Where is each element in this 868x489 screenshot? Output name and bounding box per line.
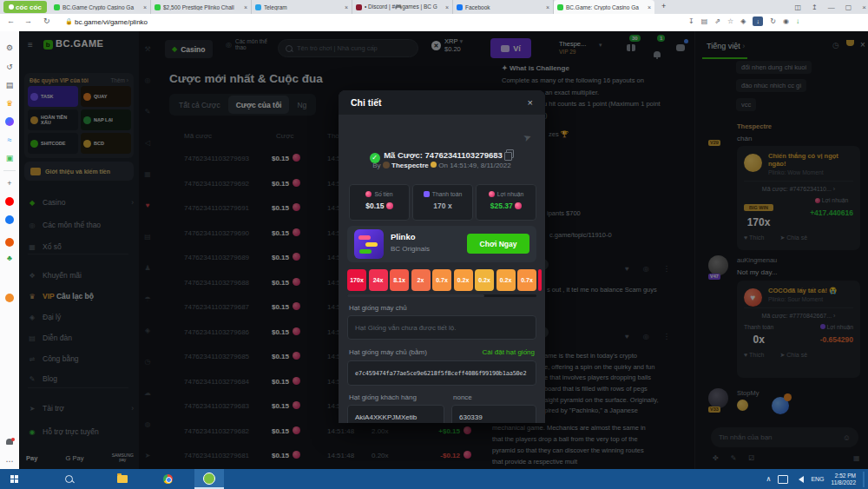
copy-icon[interactable] xyxy=(506,149,514,158)
modal-player[interactable]: Thespectre xyxy=(391,162,429,169)
tab-close-icon[interactable]: × xyxy=(546,4,549,10)
browser-tab[interactable]: • Discord | #🎮games | BC G× xyxy=(352,0,453,14)
multiplier-chip: 0.7x xyxy=(517,269,536,291)
hashed-seed-input[interactable]: e7c459474fa77ae5ce9e6218f5f8ceff4086f991… xyxy=(347,360,536,386)
multiplier-chip-partial xyxy=(538,269,542,291)
settings-icon[interactable]: ⚙ xyxy=(0,43,19,52)
language-indicator[interactable]: ENG xyxy=(811,476,824,482)
tab-close-icon[interactable]: × xyxy=(345,4,348,10)
game-name[interactable]: Plinko xyxy=(391,232,416,241)
download-arrow-icon[interactable]: ↧ xyxy=(688,17,694,25)
tray-expand-icon[interactable]: ∧ xyxy=(766,475,772,483)
crown-icon[interactable]: ♛ xyxy=(0,99,19,108)
stat-profit: Lợi nhuận $25.37 xyxy=(476,184,536,221)
modal-datetime: On 14:51:49, 8/11/2022 xyxy=(438,162,510,169)
tab-title: Facebook xyxy=(465,4,543,10)
url-text[interactable]: bc.game/vi/game/plinko xyxy=(75,18,148,26)
nonce-input[interactable]: 630339 xyxy=(451,405,536,423)
modal-share-icon[interactable]: ➤ xyxy=(522,131,533,144)
tab-close-icon[interactable]: × xyxy=(244,4,247,10)
site-lock-icon[interactable]: 🔒 xyxy=(65,18,73,25)
bet-details-modal: Chi tiết × ➤ ✓ Mã Cược: 7476234110327968… xyxy=(339,90,545,423)
coccoc-feed-icon[interactable]: ≈ xyxy=(0,135,19,144)
coccoc-owl-icon xyxy=(9,4,14,10)
coccoc-taskbar-icon[interactable] xyxy=(194,469,224,489)
file-explorer-icon[interactable] xyxy=(108,469,137,489)
tab-favicon xyxy=(457,4,463,10)
taskbar-clock[interactable]: 2:52 PM11/8/2022 xyxy=(832,472,856,486)
nonce-label: nonce xyxy=(453,393,472,401)
minimize-button[interactable]: — xyxy=(828,3,835,11)
network-icon[interactable] xyxy=(778,475,788,484)
multiplier-chip: 0.2x xyxy=(496,269,516,291)
medal-icon xyxy=(431,162,437,168)
forward-button[interactable]: → xyxy=(24,17,32,25)
browser-tab-bar: cốc cốc BC.Game Crypto Casino Ga×$2,500 … xyxy=(0,0,868,14)
browser-tab[interactable]: BC.Game: Crypto Casino Ga× xyxy=(554,0,654,14)
shopping-app-icon[interactable] xyxy=(0,238,19,248)
start-button[interactable] xyxy=(0,469,30,489)
sync-icon[interactable]: ↻ xyxy=(770,17,776,25)
tab-close-icon[interactable]: × xyxy=(445,4,449,10)
chips-scrollbar[interactable] xyxy=(347,294,536,297)
bookmark-star-icon[interactable]: ☆ xyxy=(727,17,733,25)
maximize-button[interactable]: ▢ xyxy=(845,3,852,11)
show-desktop-button[interactable] xyxy=(863,472,865,487)
savings-download-icon[interactable]: ↓ xyxy=(796,17,799,25)
reload-button[interactable]: ↻ xyxy=(43,17,50,25)
tree-icon[interactable]: ♣ xyxy=(0,254,19,262)
modal-title: Chi tiết xyxy=(351,97,382,108)
games-icon[interactable]: ▣ xyxy=(0,154,19,162)
coccoc-logo[interactable]: cốc cốc xyxy=(3,1,47,13)
client-seed-input[interactable]: AkiA4XKKPJMXetib xyxy=(347,405,444,423)
screen: cốc cốc BC.Game Crypto Casino Ga×$2,500 … xyxy=(0,0,868,489)
server-seed-input[interactable]: Hạt Giống vẫn chưa được tiết lộ. xyxy=(347,315,536,340)
modal-close-icon[interactable]: × xyxy=(528,97,533,108)
browser-tab[interactable]: BC.Game Crypto Casino Ga× xyxy=(50,0,151,14)
share-icon[interactable]: ⇗ xyxy=(714,17,720,25)
profile-icon[interactable]: ◉ xyxy=(783,17,789,25)
adblock-shield-icon[interactable]: ◈ xyxy=(740,17,746,25)
turn-off-ads-icon[interactable]: ↥ xyxy=(812,3,818,11)
close-window-button[interactable]: × xyxy=(862,3,866,11)
cart-icon[interactable] xyxy=(0,294,19,304)
tab-title: BC.Game: Crypto Casino Ga xyxy=(566,4,645,10)
set-seed-link[interactable]: Cài đặt hạt giống xyxy=(483,348,536,356)
tab-search-icon[interactable]: ◫ xyxy=(795,3,802,11)
messenger-icon[interactable] xyxy=(0,117,19,128)
facebook-icon[interactable] xyxy=(0,215,19,226)
tab-favicon xyxy=(255,4,261,10)
browser-tab[interactable]: Telegram× xyxy=(252,0,352,14)
browser-address-bar: ← → ↻ 🔒 bc.game/vi/game/plinko ↧▤⇗☆◈↓↻◉↓ xyxy=(0,14,868,32)
multiplier-chip: 0.2x xyxy=(454,269,473,291)
tab-strip: BC.Game Crypto Casino Ga×$2,500 Prestige… xyxy=(50,0,654,14)
stat-payout: Thanh toán 170 x xyxy=(412,184,473,221)
reader-icon[interactable]: ▤ xyxy=(701,17,708,25)
play-now-button[interactable]: Chơi Ngay xyxy=(467,234,529,254)
browser-tab[interactable]: $2,500 Prestige Plinko Chall× xyxy=(151,0,252,14)
coccoc-sidebar: ⚙↺▤♛≈▣+♣⋯ xyxy=(0,31,20,469)
tab-close-icon[interactable]: × xyxy=(143,4,147,10)
browser-tab[interactable]: Facebook× xyxy=(453,0,554,14)
multiplier-chip: 8.1x xyxy=(390,269,409,291)
chrome-icon[interactable] xyxy=(153,469,182,489)
tab-title: $2,500 Prestige Plinko Chall xyxy=(163,4,241,10)
downloads-box-icon[interactable]: ↓ xyxy=(753,17,763,26)
history-icon[interactable]: ↺ xyxy=(0,63,19,71)
add-icon[interactable]: + xyxy=(0,179,19,188)
reading-list-icon[interactable]: ▤ xyxy=(0,81,19,89)
multiplier-chip: 0.2x xyxy=(475,269,494,291)
plinko-thumbnail[interactable] xyxy=(354,229,384,259)
more-icon[interactable]: ⋯ xyxy=(0,457,19,466)
tab-favicon xyxy=(155,4,161,10)
game-card: Plinko BC Originals Chơi Ngay xyxy=(347,226,536,262)
taskbar-search-icon[interactable] xyxy=(54,469,83,489)
new-tab-button[interactable]: + xyxy=(661,2,666,10)
back-button[interactable]: ← xyxy=(7,17,15,25)
multiplier-chip: 2x xyxy=(411,269,431,291)
extension-icons: ↧▤⇗☆◈↓↻◉↓ xyxy=(688,17,799,26)
volume-icon[interactable] xyxy=(795,476,804,483)
notifications-icon[interactable] xyxy=(0,438,19,446)
tab-close-icon[interactable]: × xyxy=(648,4,651,10)
youtube-icon[interactable] xyxy=(0,197,19,208)
